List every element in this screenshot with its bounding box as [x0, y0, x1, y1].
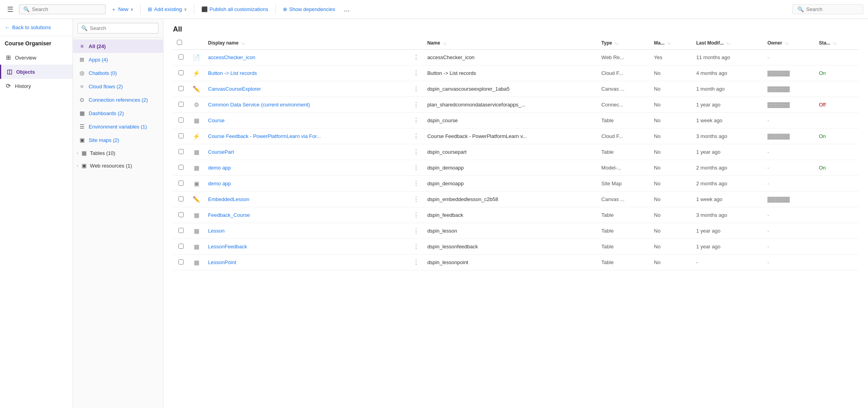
row-owner: -	[764, 207, 815, 223]
row-type: Canvas ...	[597, 81, 650, 97]
row-checkbox[interactable]	[178, 70, 184, 75]
row-more-icon[interactable]: ⋮	[409, 239, 423, 255]
col-type[interactable]: Type ↑↓	[597, 37, 650, 50]
row-checkbox-cell[interactable]	[173, 255, 189, 270]
mid-nav-item-web-resources[interactable]: › ▣ Web resources (1)	[73, 159, 163, 172]
row-checkbox[interactable]	[178, 86, 184, 91]
row-display-name[interactable]: CoursePart	[204, 144, 409, 160]
row-checkbox[interactable]	[178, 228, 184, 233]
row-type: Canvas ...	[597, 192, 650, 207]
row-checkbox-cell[interactable]	[173, 65, 189, 81]
row-more-icon[interactable]: ⋮	[409, 160, 423, 176]
row-checkbox[interactable]	[178, 212, 184, 217]
row-more-icon[interactable]: ⋮	[409, 223, 423, 239]
row-more-icon[interactable]: ⋮	[409, 113, 423, 129]
row-checkbox-cell[interactable]	[173, 192, 189, 207]
row-checkbox[interactable]	[178, 196, 184, 201]
row-more-icon[interactable]: ⋮	[409, 176, 423, 192]
row-display-name[interactable]: demo app	[204, 176, 409, 192]
row-checkbox-cell[interactable]	[173, 239, 189, 255]
row-display-name[interactable]: CanvasCourseExplorer	[204, 81, 409, 97]
row-display-name[interactable]: Course Feedback - PowerPlatformLearn via…	[204, 129, 409, 144]
row-managed: No	[650, 81, 692, 97]
row-checkbox[interactable]	[178, 244, 184, 249]
col-checkbox[interactable]	[173, 37, 189, 50]
col-last-modified[interactable]: Last Modif... ↑↓	[692, 37, 764, 50]
row-display-name[interactable]: Course	[204, 113, 409, 129]
row-status	[815, 239, 859, 255]
row-checkbox[interactable]	[178, 54, 184, 60]
row-checkbox-cell[interactable]	[173, 113, 189, 129]
row-display-name[interactable]: Common Data Service (current environment…	[204, 97, 409, 113]
row-checkbox-cell[interactable]	[173, 129, 189, 144]
col-managed[interactable]: Ma... ↑↓	[650, 37, 692, 50]
row-more-icon[interactable]: ⋮	[409, 81, 423, 97]
row-checkbox[interactable]	[178, 181, 184, 186]
row-display-name[interactable]: demo app	[204, 160, 409, 176]
col-owner[interactable]: Owner ↑↓	[764, 37, 815, 50]
toolbar-search-box: 🔍	[19, 4, 106, 14]
right-search-input[interactable]	[806, 6, 858, 12]
hamburger-icon[interactable]: ☰	[5, 3, 16, 16]
row-checkbox-cell[interactable]	[173, 160, 189, 176]
add-existing-button[interactable]: ⊞ Add existing ∨	[144, 4, 191, 14]
row-display-name[interactable]: Button -> List records	[204, 65, 409, 81]
row-display-name[interactable]: LessonFeedback	[204, 239, 409, 255]
toolbar-search-input[interactable]	[32, 6, 101, 12]
row-name: dspin_feedback	[423, 207, 597, 223]
row-more-icon[interactable]: ⋮	[409, 144, 423, 160]
row-checkbox[interactable]	[178, 117, 184, 123]
row-checkbox[interactable]	[178, 149, 184, 154]
row-more-icon[interactable]: ⋮	[409, 255, 423, 270]
mid-nav-item-env-vars[interactable]: ☰ Environment variables (1)	[73, 120, 163, 133]
sidebar-item-overview[interactable]: ⊞ Overview	[0, 50, 72, 65]
row-checkbox[interactable]	[178, 165, 184, 170]
row-checkbox[interactable]	[178, 133, 184, 138]
row-more-icon[interactable]: ⋮	[409, 129, 423, 144]
row-checkbox-cell[interactable]	[173, 223, 189, 239]
row-display-name[interactable]: accessChecker_icon	[204, 50, 409, 65]
row-more-icon[interactable]: ⋮	[409, 207, 423, 223]
show-dependencies-button[interactable]: ⊕ Show dependencies	[279, 4, 339, 14]
all-icon: ≡	[78, 43, 85, 49]
mid-nav-item-all[interactable]: ≡ All (24)	[73, 39, 163, 53]
sidebar-item-objects[interactable]: ◫ Objects	[0, 65, 72, 79]
mid-nav-item-tables[interactable]: › ▦ Tables (10)	[73, 147, 163, 159]
row-checkbox-cell[interactable]	[173, 50, 189, 65]
select-all-checkbox[interactable]	[177, 40, 182, 45]
mid-nav-item-dashboards[interactable]: ▦ Dashboards (2)	[73, 106, 163, 120]
col-display-name[interactable]: Display name ↑↓	[204, 37, 409, 50]
row-more-icon[interactable]: ⋮	[409, 97, 423, 113]
row-more-icon[interactable]: ⋮	[409, 65, 423, 81]
mid-nav-item-chatbots[interactable]: ◎ Chatbots (0)	[73, 66, 163, 80]
row-type: Table	[597, 223, 650, 239]
row-checkbox-cell[interactable]	[173, 81, 189, 97]
mid-nav-item-site-maps[interactable]: ▣ Site maps (2)	[73, 133, 163, 147]
row-managed: No	[650, 97, 692, 113]
sidebar-nav: ⊞ Overview ◫ Objects ⟳ History	[0, 49, 72, 95]
mid-nav-item-apps[interactable]: ⊞ Apps (4)	[73, 53, 163, 66]
mid-nav-item-cloud-flows[interactable]: ≈ Cloud flows (2)	[73, 80, 163, 93]
row-checkbox[interactable]	[178, 102, 184, 107]
mid-search-input[interactable]	[90, 25, 155, 31]
row-status: Off	[815, 97, 859, 113]
col-status[interactable]: Sta... ↑↓	[815, 37, 859, 50]
row-display-name[interactable]: Lesson	[204, 223, 409, 239]
row-display-name[interactable]: Feedback_Course	[204, 207, 409, 223]
row-display-name[interactable]: LessonPoint	[204, 255, 409, 270]
sidebar-item-history[interactable]: ⟳ History	[0, 79, 72, 93]
row-checkbox-cell[interactable]	[173, 97, 189, 113]
row-checkbox-cell[interactable]	[173, 144, 189, 160]
more-options-icon[interactable]: ...	[341, 3, 353, 15]
back-to-solutions-link[interactable]: ← Back to solutions	[0, 19, 72, 36]
row-checkbox-cell[interactable]	[173, 176, 189, 192]
row-display-name[interactable]: EmbeddedLesson	[204, 192, 409, 207]
row-more-icon[interactable]: ⋮	[409, 50, 423, 65]
row-checkbox-cell[interactable]	[173, 207, 189, 223]
mid-nav-item-connection-refs[interactable]: ⊙ Connection references (2)	[73, 93, 163, 106]
publish-button[interactable]: ⬛ Publish all customizations	[197, 4, 272, 14]
row-more-icon[interactable]: ⋮	[409, 192, 423, 207]
row-checkbox[interactable]	[178, 259, 184, 265]
new-button[interactable]: ＋ New ∨	[107, 4, 137, 15]
col-name[interactable]: Name ↑↓	[423, 37, 597, 50]
